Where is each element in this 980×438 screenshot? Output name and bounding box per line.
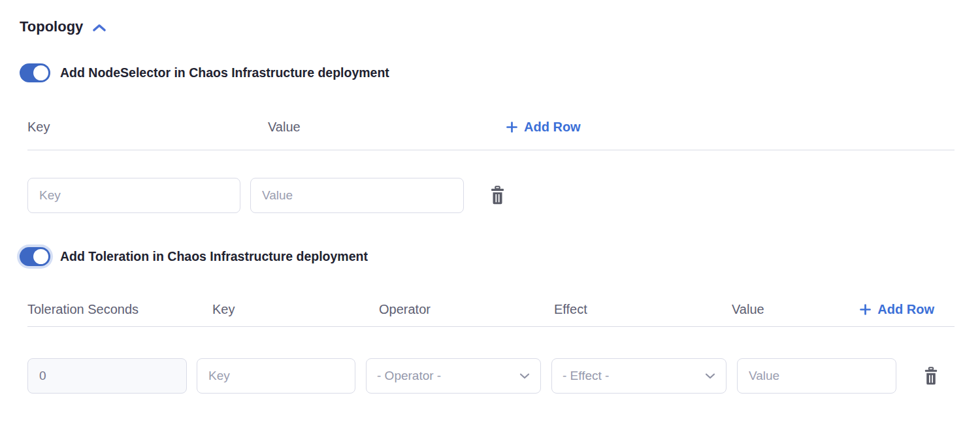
toggle-knob xyxy=(33,65,48,80)
add-row-label: Add Row xyxy=(524,118,581,135)
toggle-knob xyxy=(33,249,48,264)
nodeselector-header-key: Key xyxy=(27,118,268,135)
toleration-row: - Operator - - Effect - xyxy=(27,358,980,394)
nodeselector-toggle-row: Add NodeSelector in Chaos Infrastructure… xyxy=(20,63,980,82)
nodeselector-table-header: Key Value Add Row xyxy=(27,118,955,150)
nodeselector-value-input[interactable] xyxy=(250,178,464,213)
toleration-seconds-input[interactable] xyxy=(27,358,187,394)
nodeselector-delete-row-button[interactable] xyxy=(488,185,507,206)
section-title: Topology xyxy=(20,18,83,35)
toleration-table-header: Toleration Seconds Key Operator Effect V… xyxy=(27,301,955,327)
section-header: Topology xyxy=(20,17,980,36)
nodeselector-add-row-button[interactable]: Add Row xyxy=(506,118,581,135)
nodeselector-header-value: Value xyxy=(268,118,506,135)
plus-icon xyxy=(506,122,517,133)
nodeselector-key-input[interactable] xyxy=(27,178,240,213)
toleration-header-seconds: Toleration Seconds xyxy=(27,301,212,318)
toleration-toggle-row: Add Toleration in Chaos Infrastructure d… xyxy=(20,247,980,266)
trash-icon xyxy=(922,366,940,386)
topology-section: Topology Add NodeSelector in Chaos Infra… xyxy=(0,0,980,394)
toleration-header-operator: Operator xyxy=(379,301,554,318)
operator-select-value: - Operator - xyxy=(377,369,441,383)
plus-icon xyxy=(860,304,871,315)
toleration-add-row-button[interactable]: Add Row xyxy=(860,301,934,318)
add-row-label: Add Row xyxy=(877,301,934,318)
operator-select[interactable]: - Operator - xyxy=(366,358,541,394)
nodeselector-toggle[interactable] xyxy=(20,63,50,82)
collapse-chevron-up-icon[interactable] xyxy=(92,24,106,32)
trash-icon xyxy=(488,185,507,206)
effect-select-value: - Effect - xyxy=(563,369,609,383)
nodeselector-toggle-label: Add NodeSelector in Chaos Infrastructure… xyxy=(60,65,389,80)
toleration-delete-row-button[interactable] xyxy=(922,366,940,386)
effect-select[interactable]: - Effect - xyxy=(551,358,727,394)
toleration-toggle[interactable] xyxy=(20,247,50,266)
toleration-value-input[interactable] xyxy=(737,358,896,394)
nodeselector-row xyxy=(27,178,980,213)
toleration-key-input[interactable] xyxy=(197,358,355,394)
toleration-header-effect: Effect xyxy=(554,301,732,318)
toleration-header-key: Key xyxy=(212,301,379,318)
toleration-header-value: Value xyxy=(732,301,860,318)
chevron-down-icon xyxy=(705,373,715,379)
toleration-toggle-label: Add Toleration in Chaos Infrastructure d… xyxy=(60,249,368,264)
chevron-down-icon xyxy=(519,373,530,379)
